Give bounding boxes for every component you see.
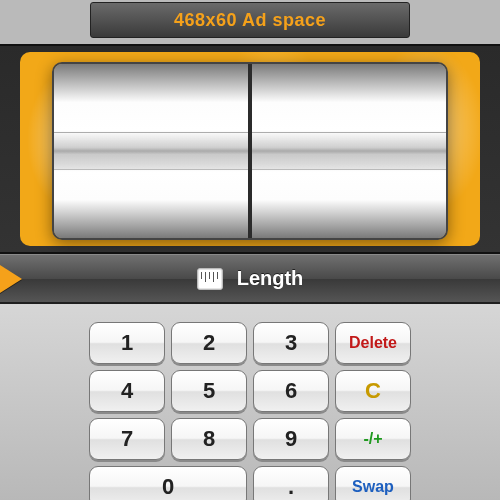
- picker-wheel-to[interactable]: [248, 64, 446, 238]
- picker-frame: [0, 44, 500, 254]
- key-8[interactable]: 8: [171, 418, 247, 460]
- keypad: 1 2 3 Delete 4 5 6 C 7 8 9 -/+ 0 . Swap: [89, 322, 411, 500]
- ad-banner: 468x60 Ad space: [90, 2, 410, 38]
- ruler-icon: [197, 268, 223, 290]
- key-3[interactable]: 3: [253, 322, 329, 364]
- key-6[interactable]: 6: [253, 370, 329, 412]
- key-0[interactable]: 0: [89, 466, 247, 500]
- key-9[interactable]: 9: [253, 418, 329, 460]
- key-clear[interactable]: C: [335, 370, 411, 412]
- key-sign[interactable]: -/+: [335, 418, 411, 460]
- key-swap[interactable]: Swap: [335, 466, 411, 500]
- category-arrow-icon: [0, 265, 22, 293]
- unit-picker[interactable]: [52, 62, 448, 240]
- key-5[interactable]: 5: [171, 370, 247, 412]
- key-7[interactable]: 7: [89, 418, 165, 460]
- category-bar[interactable]: Length: [0, 254, 500, 304]
- keypad-area: 1 2 3 Delete 4 5 6 C 7 8 9 -/+ 0 . Swap: [0, 304, 500, 500]
- key-2[interactable]: 2: [171, 322, 247, 364]
- ad-banner-label: 468x60 Ad space: [174, 10, 326, 31]
- key-decimal[interactable]: .: [253, 466, 329, 500]
- key-4[interactable]: 4: [89, 370, 165, 412]
- key-delete[interactable]: Delete: [335, 322, 411, 364]
- key-1[interactable]: 1: [89, 322, 165, 364]
- picker-wheel-from[interactable]: [54, 64, 248, 238]
- category-label: Length: [237, 267, 304, 290]
